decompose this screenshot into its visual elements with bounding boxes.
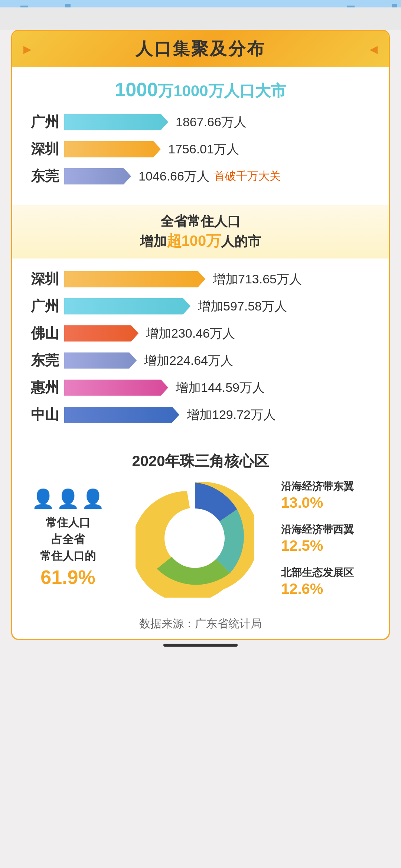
main-card: 人口集聚及分布 1000万1000万人口大市 广州 1867.66万人 深圳 1… (11, 30, 390, 640)
svg-rect-2 (20, 6, 28, 30)
growth-row-dongguan2: 东莞 增加224.64万人 (31, 351, 370, 370)
person-icon-2: 👤 (56, 488, 79, 510)
growth-value-shenzhen: 增加713.65万人 (213, 271, 302, 288)
section-divider: 全省常住人口 增加超100万人的市 (12, 205, 389, 259)
growth-name-dongguan2: 东莞 (31, 351, 64, 370)
people-icons: 👤 👤 👤 (32, 488, 104, 510)
legend-west: 沿海经济带西翼 12.5% (281, 522, 374, 554)
donut-left: 👤 👤 👤 常住人口 占全省 常住人口的 61.9% (27, 488, 109, 588)
legend-label-north: 北部生态发展区 (281, 565, 374, 580)
donut-center-label: 常住人口 占全省 常住人口的 (40, 514, 96, 564)
svg-rect-5 (56, 15, 63, 30)
person-icon-3: 👤 (81, 488, 104, 510)
legend-north: 北部生态发展区 12.6% (281, 565, 374, 597)
donut-content: 👤 👤 👤 常住人口 占全省 常住人口的 61.9% (27, 479, 374, 598)
growth-value-dongguan2: 增加224.64万人 (144, 352, 233, 369)
growth-name-zhongshan: 中山 (31, 405, 64, 424)
donut-svg-container (136, 479, 254, 598)
growth-bar-shenzhen (64, 271, 205, 287)
svg-rect-11 (382, 15, 390, 30)
page-title: 人口集聚及分布 (136, 39, 265, 58)
growth-value-zhongshan: 增加129.72万人 (187, 406, 276, 423)
city-name-shenzhen: 深圳 (31, 140, 64, 159)
svg-rect-6 (65, 4, 71, 30)
donut-percent: 61.9% (40, 566, 95, 588)
svg-rect-4 (41, 7, 54, 30)
bar-dongguan (64, 168, 131, 185)
section-donut: 2020年珠三角核心区 👤 👤 👤 常住人口 占全省 常住人口的 61.9% (12, 443, 389, 609)
growth-row-shenzhen: 深圳 增加713.65万人 (31, 270, 370, 289)
growth-value-guangzhou: 增加597.58万人 (198, 298, 287, 315)
city-row-guangzhou: 广州 1867.66万人 (31, 113, 370, 131)
data-source: 数据来源：广东省统计局 (12, 609, 389, 639)
section-title-large: 1000 (115, 79, 158, 100)
svg-rect-1 (7, 11, 19, 30)
growth-bar-dongguan2 (64, 352, 137, 369)
svg-point-15 (165, 508, 225, 568)
city-name-dongguan: 东莞 (31, 167, 64, 186)
legend-value-north: 12.6% (281, 581, 374, 597)
bar-shenzhen (64, 141, 161, 157)
svg-rect-3 (30, 13, 39, 30)
person-icon-1: 👤 (32, 488, 55, 510)
city-name-guangzhou: 广州 (31, 113, 64, 131)
section-1000-wan: 1000万1000万人口大市 广州 1867.66万人 深圳 1756.01万人… (12, 67, 389, 201)
top-decoration (0, 0, 401, 30)
donut-title: 2020年珠三角核心区 (27, 451, 374, 471)
city-value-guangzhou: 1867.66万人 (176, 114, 247, 131)
growth-name-foshan: 佛山 (31, 324, 64, 343)
divider-title: 全省常住人口 (27, 212, 374, 231)
legend-label-east: 沿海经济带东翼 (281, 479, 374, 494)
scroll-indicator (163, 644, 238, 647)
city-row-dongguan: 东莞 1046.66万人 首破千万大关 (31, 167, 370, 186)
growth-value-foshan: 增加230.46万人 (146, 325, 235, 342)
growth-row-huizhou: 惠州 增加144.59万人 (31, 378, 370, 397)
growth-name-guangzhou: 广州 (31, 297, 64, 316)
growth-value-huizhou: 增加144.59万人 (176, 379, 265, 396)
svg-rect-13 (0, 24, 401, 30)
city-row-shenzhen: 深圳 1756.01万人 (31, 140, 370, 159)
growth-name-shenzhen: 深圳 (31, 270, 64, 289)
growth-name-huizhou: 惠州 (31, 378, 64, 397)
growth-row-zhongshan: 中山 增加129.72万人 (31, 405, 370, 424)
city-value-dongguan: 1046.66万人 (138, 168, 209, 185)
svg-rect-9 (356, 13, 366, 30)
page-wrapper: 人口集聚及分布 1000万1000万人口大市 广州 1867.66万人 深圳 1… (0, 0, 401, 868)
title-bar: 人口集聚及分布 (12, 31, 389, 67)
donut-right: 沿海经济带东翼 13.0% 沿海经济带西翼 12.5% 北部生态发展区 12.6… (281, 479, 374, 598)
svg-rect-10 (368, 7, 381, 30)
growth-bar-huizhou (64, 380, 168, 396)
legend-value-west: 12.5% (281, 537, 374, 554)
svg-rect-0 (0, 0, 401, 30)
bar-guangzhou (64, 114, 168, 130)
city-value-shenzhen: 1756.01万人 (168, 141, 239, 158)
growth-bar-guangzhou (64, 298, 190, 315)
legend-label-west: 沿海经济带西翼 (281, 522, 374, 537)
growth-row-guangzhou: 广州 增加597.58万人 (31, 297, 370, 316)
city-note-dongguan: 首破千万大关 (214, 169, 281, 184)
growth-bar-foshan (64, 325, 138, 342)
donut-chart (136, 479, 254, 598)
legend-value-east: 13.0% (281, 494, 374, 511)
legend-east: 沿海经济带东翼 13.0% (281, 479, 374, 511)
svg-rect-8 (347, 6, 355, 30)
divider-subtitle: 增加超100万人的市 (27, 231, 374, 251)
svg-rect-7 (334, 11, 345, 30)
growth-row-foshan: 佛山 增加230.46万人 (31, 324, 370, 343)
growth-bar-zhongshan (64, 407, 179, 423)
section-growth: 深圳 增加713.65万人 广州 增加597.58万人 佛山 增加230.46万… (12, 262, 389, 443)
svg-rect-12 (392, 4, 397, 30)
